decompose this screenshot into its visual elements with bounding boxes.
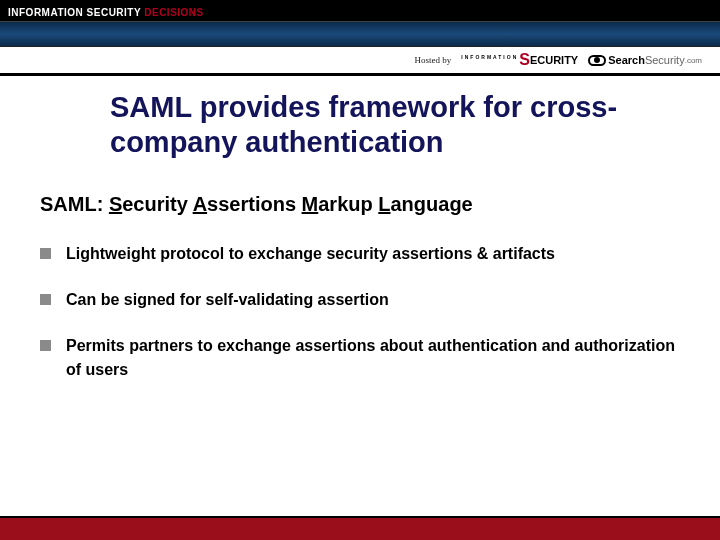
bullet-list: Lightweight protocol to exchange securit… [40,242,680,382]
sponsor1-big-s: S [519,52,530,68]
subtitle-l-rest: anguage [391,193,473,215]
subtitle-a: A [193,193,207,215]
sponsor-search-security: SearchSecurity.com [588,54,702,66]
sponsor1-rest: ECURITY [530,54,578,66]
subtitle-m-rest: arkup [318,193,378,215]
brand-suffix: DECISIONS [144,7,204,18]
slide-title: SAML provides framework for cross-compan… [40,84,680,171]
brand-prefix: INFORMATION SECURITY [8,7,144,18]
list-item: Lightweight protocol to exchange securit… [40,242,680,266]
sponsor-information-security: INFORMATION SECURITY [461,52,578,68]
top-banner: INFORMATION SECURITY DECISIONS [0,0,720,21]
subtitle-a-rest: ssertions [207,193,301,215]
slide-subtitle: SAML: Security Assertions Markup Languag… [40,193,680,216]
sponsor1-superscript: INFORMATION [461,54,518,60]
subtitle-s: S [109,193,122,215]
slide-content: SAML provides framework for cross-compan… [0,76,720,382]
subtitle-m: M [302,193,319,215]
footer-red-bar [0,516,720,540]
eye-icon [588,55,606,66]
sponsor2-light: Security [645,54,685,66]
header-blue-strip [0,21,720,47]
brand-label: INFORMATION SECURITY DECISIONS [0,4,212,21]
subtitle-s-rest: ecurity [122,193,192,215]
sponsor2-bold: Search [608,54,645,66]
hosted-by-row: Hosted by INFORMATION SECURITY SearchSec… [0,47,720,75]
hosted-by-label: Hosted by [415,55,452,65]
subtitle-prefix: SAML: [40,193,109,215]
list-item: Can be signed for self-validating assert… [40,288,680,312]
sponsor2-com: .com [685,56,702,65]
subtitle-l: L [378,193,390,215]
list-item: Permits partners to exchange assertions … [40,334,680,382]
